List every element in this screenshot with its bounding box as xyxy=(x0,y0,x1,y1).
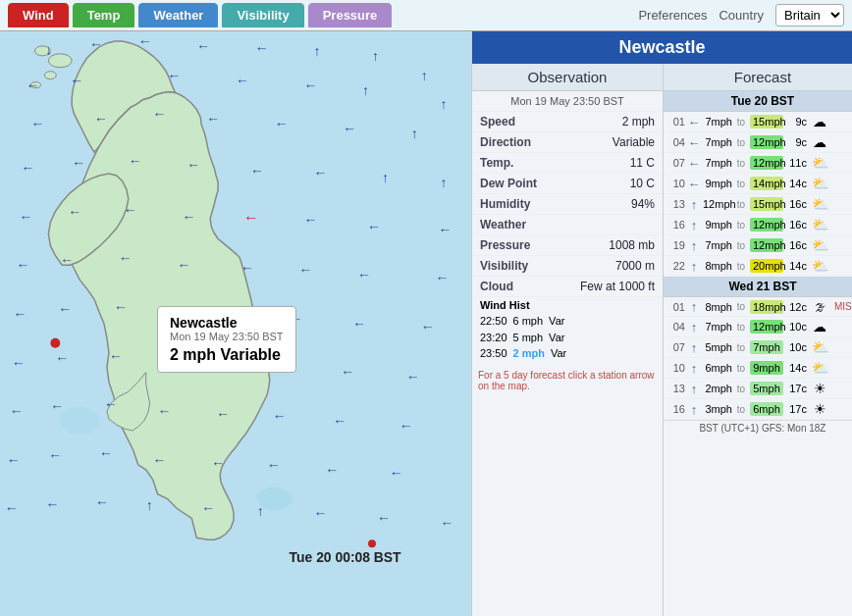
fc-extra-mist: MIST xyxy=(834,301,852,312)
svg-text:←: ← xyxy=(94,111,108,127)
obs-value-pressure: 1008 mb xyxy=(609,238,655,252)
fc-row-tue-22: 22 ↑ 8mph to 20mph 14c xyxy=(664,256,852,277)
svg-text:←: ← xyxy=(27,77,40,93)
uk-map-svg[interactable]: ↑ ← ← ← ← ↑ ↑ ↑ ← ← ← ← ← ↑ ↑ ← ← ← ← ← … xyxy=(0,31,471,577)
obs-row-temp: Temp. 11 C xyxy=(472,153,663,174)
country-select[interactable]: Britain Ireland xyxy=(775,4,844,26)
obs-header: Observation xyxy=(472,64,663,91)
data-area: Observation Mon 19 May 23:50 BST Speed 2… xyxy=(472,64,852,616)
fc-from: 7mph xyxy=(703,239,732,251)
svg-text:←: ← xyxy=(201,500,215,516)
obs-row-speed: Speed 2 mph xyxy=(472,112,663,132)
fc-row-wed-13: 13 ↑ 2mph to 5mph 17c xyxy=(664,379,852,399)
svg-text:←: ← xyxy=(343,121,356,136)
svg-text:←: ← xyxy=(367,219,381,234)
tab-temp[interactable]: Temp xyxy=(73,3,135,27)
fc-to-label: to xyxy=(734,384,748,394)
svg-text:←: ← xyxy=(22,160,35,176)
svg-text:←: ← xyxy=(273,408,287,424)
wh-time-3: 23:50 xyxy=(480,345,507,362)
fc-arrow: ↑ xyxy=(687,197,701,212)
obs-date: Mon 19 May 23:50 BST xyxy=(472,91,663,112)
obs-row-direction: Direction Variable xyxy=(472,132,663,153)
tab-wind[interactable]: Wind xyxy=(8,3,69,27)
obs-label-direction: Direction xyxy=(480,135,531,149)
sun-icon xyxy=(809,381,830,396)
sun-icon xyxy=(809,401,830,417)
svg-text:←: ← xyxy=(99,445,113,461)
svg-text:←: ← xyxy=(138,33,152,49)
svg-point-6 xyxy=(60,407,99,435)
fc-row-wed-07: 07 ↑ 5mph to 7mph 10c xyxy=(664,337,852,358)
pcloud-icon xyxy=(809,258,830,274)
fc-hour: 13 xyxy=(667,198,685,210)
fc-from: 7mph xyxy=(703,116,732,128)
pcloud-icon xyxy=(809,196,830,212)
svg-text:←: ← xyxy=(124,202,137,218)
fc-arrow: ↑ xyxy=(687,361,701,376)
fc-from: 2mph xyxy=(703,383,732,394)
fc-to: 6mph xyxy=(750,402,783,416)
forecast-header: Forecast xyxy=(664,64,852,91)
obs-row-weather: Weather xyxy=(472,215,663,235)
tab-weather[interactable]: Weather xyxy=(138,3,218,27)
fc-from: 7mph xyxy=(703,157,732,169)
obs-label-pressure: Pressure xyxy=(480,238,530,252)
main-area: ↑ ← ← ← ← ↑ ↑ ↑ ← ← ← ← ← ↑ ↑ ← ← ← ← ← … xyxy=(0,31,852,616)
tab-visibility[interactable]: Visibility xyxy=(222,3,303,27)
cloud-icon xyxy=(809,114,830,129)
svg-text:←: ← xyxy=(406,369,420,385)
obs-value-temp: 11 C xyxy=(630,156,655,170)
fc-from: 12mph xyxy=(703,198,732,210)
fc-from: 6mph xyxy=(703,362,732,374)
fc-row-tue-01: 01 ← 7mph to 15mph 9c xyxy=(664,112,852,132)
svg-text:←: ← xyxy=(31,116,45,131)
city-title: Newcastle xyxy=(472,31,852,64)
svg-text:←: ← xyxy=(441,515,454,531)
fc-hour: 04 xyxy=(667,321,685,333)
obs-label-temp: Temp. xyxy=(480,156,513,170)
svg-text:←: ← xyxy=(436,270,450,285)
svg-text:←: ← xyxy=(216,406,230,422)
fc-to: 7mph xyxy=(750,340,783,354)
svg-text:↑: ↑ xyxy=(441,175,448,190)
svg-text:←: ← xyxy=(439,222,453,237)
fc-to: 12mph xyxy=(750,320,783,334)
tab-pressure[interactable]: Pressure xyxy=(308,3,393,27)
preferences-link[interactable]: Preferences xyxy=(638,8,707,23)
svg-text:←: ← xyxy=(357,267,371,282)
pcloud-icon xyxy=(809,360,830,376)
fc-from: 8mph xyxy=(703,301,732,313)
svg-text:←: ← xyxy=(390,465,403,481)
forecast-column: Forecast Tue 20 BST 01 ← 7mph to 15mph 9… xyxy=(664,64,852,616)
fc-temp: 14c xyxy=(785,362,807,374)
wh-time-2: 23:20 xyxy=(480,330,507,346)
forecast-note: For a 5 day forecast click a station arr… xyxy=(472,366,663,395)
fc-arrow: ↑ xyxy=(687,218,701,232)
svg-point-94 xyxy=(50,338,60,348)
svg-text:Tue 20 00:08 BST: Tue 20 00:08 BST xyxy=(290,549,402,565)
wind-hist-label: Wind Hist xyxy=(480,299,655,311)
svg-text:←: ← xyxy=(304,77,318,93)
svg-text:←: ← xyxy=(267,457,281,473)
fc-hour: 10 xyxy=(667,362,685,374)
wind-hist-row-3: 23:50 2 mph Var xyxy=(480,345,655,362)
fc-hour: 07 xyxy=(667,157,685,169)
svg-text:←: ← xyxy=(313,505,327,521)
wh-speed-2: 5 mph xyxy=(513,330,544,346)
fc-arrow: ↑ xyxy=(687,340,701,355)
fc-arrow: ↑ xyxy=(687,320,701,334)
fc-to-label: to xyxy=(734,322,748,333)
tooltip-date: Mon 19 May 23:50 BST xyxy=(170,331,284,342)
fc-arrow: ← xyxy=(687,115,701,129)
svg-text:←: ← xyxy=(168,68,182,83)
svg-text:↑: ↑ xyxy=(45,44,52,60)
fc-temp: 10c xyxy=(785,341,807,353)
svg-text:←: ← xyxy=(12,355,26,371)
wind-hist-row-2: 23:20 5 mph Var xyxy=(480,330,655,346)
map-area[interactable]: ↑ ← ← ← ← ↑ ↑ ↑ ← ← ← ← ← ↑ ↑ ← ← ← ← ← … xyxy=(0,31,471,616)
svg-text:←: ← xyxy=(58,301,72,317)
svg-text:←: ← xyxy=(104,396,118,412)
fc-row-tue-13: 13 ↑ 12mph to 15mph 16c xyxy=(664,194,852,215)
country-link[interactable]: Country xyxy=(719,8,764,23)
